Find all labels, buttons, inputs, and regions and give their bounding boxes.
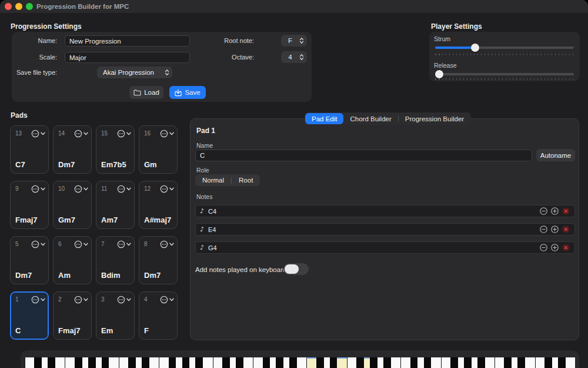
pad-12[interactable]: 12A#maj7: [139, 181, 178, 229]
black-key[interactable]: [88, 357, 96, 368]
pad-1[interactable]: 1C: [10, 291, 49, 340]
black-key[interactable]: [370, 357, 377, 368]
pad-2[interactable]: 2Fmaj7: [53, 291, 92, 340]
tab-pad-edit[interactable]: Pad Edit: [305, 113, 343, 124]
strum-slider-thumb[interactable]: [471, 44, 479, 52]
black-key[interactable]: [517, 357, 525, 368]
pad-menu-button[interactable]: [160, 296, 174, 304]
autoname-button[interactable]: Autoname: [536, 149, 575, 161]
tab-chord-builder[interactable]: Chord Builder: [343, 113, 397, 124]
pad-menu-button[interactable]: [160, 130, 174, 138]
pad-11[interactable]: 11Am7: [96, 181, 135, 229]
pad-5[interactable]: 5Dm7: [10, 236, 49, 284]
black-key[interactable]: [356, 357, 364, 368]
close-window-button[interactable]: [5, 3, 12, 10]
save-button[interactable]: Save: [169, 86, 206, 99]
black-key[interactable]: [34, 357, 42, 368]
pad-menu-button[interactable]: [31, 185, 45, 193]
delete-note-icon: [562, 244, 570, 251]
black-key[interactable]: [464, 357, 472, 368]
black-key[interactable]: [289, 357, 297, 368]
root-note-label: Root note:: [206, 37, 254, 44]
save-file-type-dropdown[interactable]: Akai Progression: [97, 67, 172, 78]
black-key[interactable]: [142, 357, 149, 368]
black-key[interactable]: [128, 357, 136, 368]
black-key[interactable]: [504, 357, 512, 368]
black-key[interactable]: [477, 357, 485, 368]
minimize-window-button[interactable]: [15, 3, 22, 10]
pad-menu-button[interactable]: [74, 296, 88, 304]
note-delete-button[interactable]: [562, 244, 570, 251]
black-key[interactable]: [558, 357, 566, 368]
pad-menu-button[interactable]: [117, 185, 131, 193]
pad-menu-button[interactable]: [74, 240, 88, 248]
pad-menu-button[interactable]: [74, 185, 88, 193]
black-key[interactable]: [383, 357, 391, 368]
release-slider-track[interactable]: [435, 73, 574, 75]
pad-13[interactable]: 13C7: [10, 125, 49, 174]
black-key[interactable]: [276, 357, 283, 368]
black-key[interactable]: [75, 357, 82, 368]
zoom-window-button[interactable]: [26, 3, 33, 10]
black-key[interactable]: [236, 357, 243, 368]
window-title: Progression Builder for MPC: [36, 0, 129, 13]
note-plus-button[interactable]: [551, 207, 559, 215]
pad-menu-button[interactable]: [31, 240, 45, 248]
note-delete-button[interactable]: [562, 207, 570, 215]
pad-15[interactable]: 15Em7b5: [96, 125, 135, 174]
root-note-stepper[interactable]: F: [281, 35, 307, 47]
pad-16[interactable]: 16Gm: [139, 125, 178, 174]
pad-10[interactable]: 10Gm7: [53, 181, 92, 229]
load-button-label: Load: [144, 89, 159, 96]
pad-7[interactable]: 7Bdim: [96, 236, 135, 284]
pad-chord-label: Em: [101, 326, 113, 335]
role-option-normal[interactable]: Normal: [195, 174, 231, 186]
pad-14[interactable]: 14Dm7: [53, 125, 92, 174]
pad-menu-button[interactable]: [31, 130, 45, 138]
note-plus-button[interactable]: [551, 244, 559, 251]
pad-menu-button[interactable]: [74, 130, 88, 138]
role-option-root[interactable]: Root: [232, 174, 260, 186]
black-key[interactable]: [263, 357, 270, 368]
pad-number: 2: [58, 296, 62, 303]
note-plus-button[interactable]: [551, 226, 559, 233]
load-button[interactable]: Load: [129, 86, 163, 99]
note-delete-button[interactable]: [562, 226, 570, 233]
black-key[interactable]: [450, 357, 458, 368]
black-key[interactable]: [195, 357, 203, 368]
black-key[interactable]: [410, 357, 418, 368]
black-key[interactable]: [544, 357, 552, 368]
black-key[interactable]: [102, 357, 109, 368]
scale-input[interactable]: [65, 52, 190, 63]
pad-3[interactable]: 3Em: [96, 291, 135, 340]
black-key[interactable]: [330, 357, 338, 368]
pad-menu-button[interactable]: [117, 296, 131, 304]
pad-4[interactable]: 4F: [139, 291, 178, 340]
note-minus-button[interactable]: [540, 207, 547, 215]
progression-name-input[interactable]: [65, 35, 190, 47]
pad-menu-button[interactable]: [160, 185, 174, 193]
black-key[interactable]: [182, 357, 190, 368]
pad-menu-button[interactable]: [117, 240, 131, 248]
black-key[interactable]: [424, 357, 432, 368]
pad-menu-button[interactable]: [160, 240, 174, 248]
notes-label: Notes: [196, 193, 212, 200]
note-minus-button[interactable]: [540, 226, 547, 233]
pad-6[interactable]: 6Am: [53, 236, 92, 284]
pad-8[interactable]: 8Dm7: [139, 236, 178, 284]
strum-slider[interactable]: [435, 44, 574, 52]
pad-menu-button[interactable]: [117, 130, 131, 138]
black-key[interactable]: [48, 357, 55, 368]
black-key[interactable]: [316, 357, 324, 368]
note-minus-button[interactable]: [540, 244, 547, 251]
pad-menu-button[interactable]: [31, 296, 45, 304]
keyboard-toggle[interactable]: [283, 263, 309, 275]
pad-9[interactable]: 9Fmaj7: [10, 181, 49, 229]
release-slider-thumb[interactable]: [435, 70, 443, 78]
release-slider[interactable]: [435, 70, 574, 78]
tab-progression-builder[interactable]: Progression Builder: [399, 113, 470, 124]
black-key[interactable]: [222, 357, 230, 368]
octave-stepper[interactable]: 4: [281, 51, 307, 63]
pad-name-input[interactable]: [195, 150, 532, 161]
black-key[interactable]: [169, 357, 176, 368]
